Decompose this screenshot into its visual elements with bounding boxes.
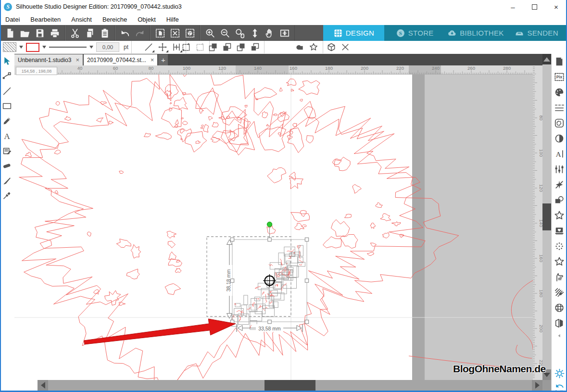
tool-notes[interactable] (0, 143, 14, 158)
menu-item-datei[interactable]: Datei (0, 16, 25, 23)
tool-knife[interactable] (0, 173, 14, 188)
line-width-input[interactable]: 0,00 (96, 42, 119, 52)
vertical-scrollbar[interactable] (542, 54, 551, 380)
cut-button[interactable] (67, 25, 82, 40)
tool-eraser[interactable] (0, 158, 14, 173)
fill-pattern-swatch[interactable] (3, 42, 16, 52)
fill-pattern-caret-icon[interactable] (19, 46, 23, 49)
panel-emblem-panel[interactable] (552, 223, 567, 239)
arrange-front-button[interactable] (207, 41, 219, 53)
save-button[interactable] (32, 25, 47, 40)
pan-arrow-button[interactable] (247, 25, 262, 40)
tab-close-icon[interactable]: × (151, 56, 154, 63)
collapse-panel-button[interactable] (552, 331, 567, 341)
tool-draw-freehand[interactable] (0, 114, 14, 128)
group-cube-button[interactable] (325, 41, 338, 53)
copy-button[interactable] (82, 25, 97, 40)
menu-item-bearbeiten[interactable]: Bearbeiten (25, 16, 66, 23)
panel-trace-panel[interactable] (552, 177, 567, 192)
panel-hatch-panel[interactable] (552, 285, 567, 300)
scroll-up-button[interactable] (542, 54, 551, 64)
selection-overlay[interactable]: 38,18 mm33,58 mm (207, 222, 309, 332)
weld-button[interactable] (293, 41, 306, 53)
undo-button[interactable] (117, 25, 132, 40)
gear-button[interactable] (552, 366, 567, 381)
horizontal-scrollbar[interactable] (14, 380, 542, 391)
nav-store[interactable]: SSTORE (384, 25, 445, 41)
selection-handle[interactable] (230, 238, 234, 241)
selection-handle[interactable] (268, 320, 271, 323)
menu-item-hilfe[interactable]: Hilfe (161, 16, 184, 23)
panel-text-panel[interactable]: A (552, 146, 567, 162)
panel-sticker-panel[interactable] (552, 115, 567, 131)
line-tool-button[interactable] (142, 41, 155, 53)
panel-flip-panel[interactable] (552, 316, 567, 331)
print-button[interactable] (47, 25, 62, 40)
tool-draw-line[interactable] (0, 84, 14, 99)
nav-design[interactable]: DESIGN (323, 25, 384, 41)
scroll-left-button[interactable] (38, 380, 48, 391)
selection-handle[interactable] (305, 320, 308, 323)
paste-button[interactable] (97, 25, 112, 40)
ungroup-x-button[interactable] (339, 41, 352, 53)
line-style-caret-icon[interactable] (89, 46, 93, 49)
document-tab-1[interactable]: Unbenannt-1.studio3× (14, 54, 83, 65)
selection-handle[interactable] (305, 238, 308, 241)
scroll-right-button[interactable] (532, 380, 542, 391)
sel-fill-button[interactable] (182, 25, 197, 40)
panel-fill-panel[interactable] (552, 85, 567, 100)
line-color-caret-icon[interactable] (42, 46, 46, 49)
panel-pixscan[interactable]: Pix (552, 69, 567, 85)
selection-handle[interactable] (230, 279, 234, 282)
tool-select[interactable] (0, 54, 14, 69)
menu-item-objekt[interactable]: Objekt (132, 16, 161, 23)
document-tab-2[interactable]: 20170909_070442.st...× (84, 54, 157, 65)
sel-paste-button[interactable] (152, 25, 167, 40)
design-canvas[interactable]: 38,18 mm33,58 mm (14, 75, 533, 380)
zoom-cursor-button[interactable] (232, 25, 247, 40)
panel-page-setup[interactable] (552, 54, 567, 69)
panel-shade-panel[interactable] (552, 131, 567, 146)
zoom-out-button[interactable] (217, 25, 232, 40)
selection-handle[interactable] (305, 279, 308, 282)
fit-page-button[interactable] (277, 25, 292, 40)
nav-library[interactable]: BIBLIOTHEK (445, 25, 506, 41)
panel-star-panel[interactable] (552, 254, 567, 269)
panel-offset-panel[interactable] (552, 208, 567, 223)
panel-mesh-panel[interactable] (552, 300, 567, 316)
tab-close-icon[interactable]: × (76, 56, 79, 63)
sel-delete-button[interactable] (167, 25, 182, 40)
new-tab-button[interactable]: + (158, 54, 168, 65)
menu-item-bereiche[interactable]: Bereiche (97, 16, 132, 23)
line-color-swatch[interactable] (26, 43, 39, 52)
panel-stipple-panel[interactable] (552, 239, 567, 254)
nav-send[interactable]: SENDEN (506, 25, 567, 41)
tool-draw-rect[interactable] (0, 99, 14, 114)
pan-hand-button[interactable] (262, 25, 277, 40)
doc-new-button[interactable] (2, 25, 17, 40)
selection-center-crosshair[interactable] (263, 274, 276, 287)
minimize-button[interactable]: – (502, 0, 524, 13)
folder-open-button[interactable] (17, 25, 32, 40)
rotation-handle[interactable] (267, 222, 272, 227)
move-tool-button[interactable] (156, 41, 169, 53)
redo-button[interactable] (132, 25, 147, 40)
panel-line-panel[interactable] (552, 100, 567, 115)
close-button[interactable]: × (545, 0, 567, 13)
sync-button[interactable] (552, 381, 567, 392)
selection-handle[interactable] (268, 238, 271, 241)
menu-item-ansicht[interactable]: Ansicht (66, 16, 97, 23)
tool-node-edit[interactable] (0, 69, 14, 84)
horizontal-scroll-thumb[interactable] (265, 380, 315, 391)
panel-hand-panel[interactable] (552, 269, 567, 285)
line-style-swatch[interactable] (49, 47, 87, 48)
zoom-in-button[interactable] (202, 25, 217, 40)
arrange-back-button[interactable] (221, 41, 233, 53)
arrange-up-button[interactable] (235, 41, 247, 53)
vertical-scroll-thumb[interactable] (542, 203, 551, 230)
tool-eyedropper[interactable] (0, 188, 14, 203)
tool-text[interactable]: A (0, 128, 14, 143)
maximize-button[interactable] (524, 0, 545, 13)
panel-modify-panel[interactable] (552, 192, 567, 208)
arrange-down-button[interactable] (249, 41, 261, 53)
